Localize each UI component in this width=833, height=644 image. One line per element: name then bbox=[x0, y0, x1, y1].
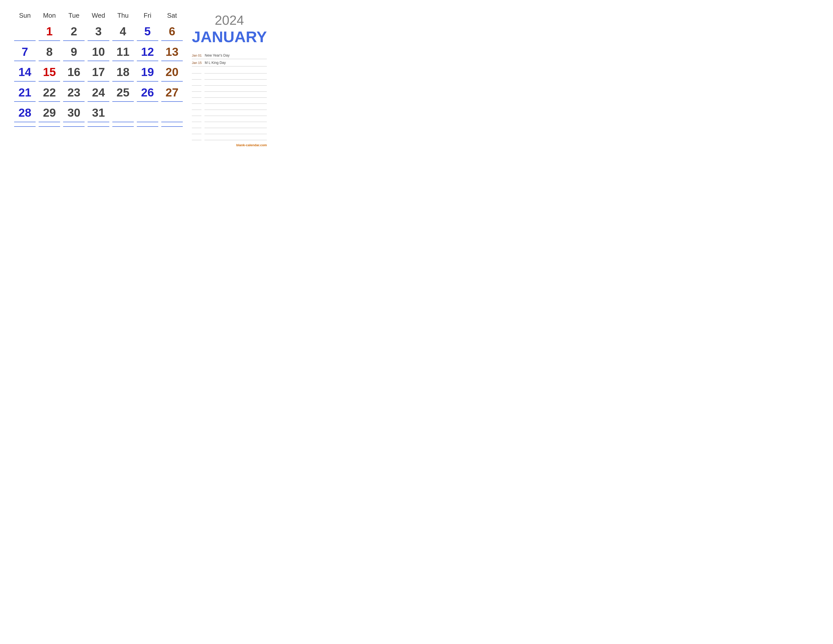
underline-cell bbox=[161, 59, 183, 61]
day-number: 13 bbox=[160, 45, 184, 58]
underline-cell bbox=[14, 39, 35, 41]
underline-cell bbox=[88, 100, 109, 102]
website-label: blank-calendar.com bbox=[192, 141, 267, 147]
calendar-grid: SunMonTueWedThuFriSat 123456789101112131… bbox=[13, 10, 184, 147]
ul-cell bbox=[39, 125, 60, 127]
day-cell: 13 bbox=[160, 43, 184, 60]
day-cell: 9 bbox=[61, 43, 86, 60]
day-cell: 7 bbox=[13, 43, 37, 60]
event-name: New Year's Day bbox=[205, 53, 267, 57]
day-cell: 1 bbox=[37, 23, 61, 39]
day-number: 12 bbox=[135, 45, 160, 58]
note-content-blank bbox=[204, 113, 267, 116]
note-line-0 bbox=[192, 70, 267, 74]
ul-cell bbox=[137, 125, 158, 127]
day-number: 19 bbox=[135, 66, 160, 79]
note-line-2 bbox=[192, 82, 267, 85]
day-number: 28 bbox=[13, 106, 37, 119]
note-content-blank bbox=[204, 130, 267, 134]
day-cell: 20 bbox=[160, 64, 184, 80]
day-cell: 16 bbox=[61, 64, 86, 80]
day-cell: 24 bbox=[86, 84, 111, 100]
note-line-8 bbox=[192, 118, 267, 122]
underline-cell bbox=[161, 120, 183, 122]
day-cell: 30 bbox=[61, 104, 86, 120]
day-number: 14 bbox=[13, 66, 37, 79]
note-date-blank bbox=[192, 124, 201, 128]
underline-cell bbox=[137, 100, 158, 102]
week-row-5: 28293031 bbox=[13, 104, 184, 120]
note-content-blank bbox=[204, 106, 267, 110]
day-header-sat: Sat bbox=[160, 10, 184, 21]
day-cell: 25 bbox=[111, 84, 135, 100]
day-number: 10 bbox=[86, 45, 111, 58]
underline-row-3 bbox=[13, 80, 184, 82]
note-date-blank bbox=[192, 100, 201, 104]
day-number: 23 bbox=[61, 86, 86, 99]
day-cell: 21 bbox=[13, 84, 37, 100]
day-number: 5 bbox=[135, 25, 160, 38]
day-header-thu: Thu bbox=[111, 10, 135, 21]
day-cell: 12 bbox=[135, 43, 160, 60]
underline-cell bbox=[161, 39, 183, 41]
day-cell: 15 bbox=[37, 64, 61, 80]
underline-cell bbox=[63, 100, 85, 102]
month-label: JANUARY bbox=[192, 28, 267, 46]
event-name: M L King Day bbox=[205, 61, 267, 64]
underline-cell bbox=[113, 59, 134, 61]
underline-cell bbox=[113, 100, 134, 102]
underline-cell bbox=[161, 100, 183, 102]
day-cell: 10 bbox=[86, 43, 111, 60]
day-cell: 2 bbox=[61, 23, 86, 39]
note-line-9 bbox=[192, 124, 267, 128]
ul-cell bbox=[63, 125, 85, 127]
day-number: 21 bbox=[13, 86, 37, 99]
week-row-1: 123456 bbox=[13, 23, 184, 39]
day-cell: 27 bbox=[160, 84, 184, 100]
day-number: 18 bbox=[111, 66, 135, 79]
day-cell: 8 bbox=[37, 43, 61, 60]
day-number: 6 bbox=[160, 25, 184, 38]
year-label: 2024 bbox=[192, 13, 267, 28]
day-number: 7 bbox=[13, 45, 37, 58]
underline-cell bbox=[113, 120, 134, 122]
note-date-blank bbox=[192, 94, 201, 98]
underline-cell bbox=[14, 120, 35, 122]
underline-row-5 bbox=[13, 120, 184, 122]
underline-cell bbox=[88, 120, 109, 122]
day-header-mon: Mon bbox=[37, 10, 61, 21]
week-row-4: 21222324252627 bbox=[13, 84, 184, 100]
event-row-0: Jan 01New Year's Day bbox=[192, 53, 267, 59]
note-content-blank bbox=[204, 100, 267, 104]
ul-cell bbox=[88, 125, 109, 127]
underline-cell bbox=[137, 80, 158, 82]
note-content-blank bbox=[204, 88, 267, 92]
note-date-blank bbox=[192, 137, 201, 140]
note-content-blank bbox=[204, 118, 267, 122]
day-number: 2 bbox=[61, 25, 86, 38]
note-date-blank bbox=[192, 70, 201, 74]
day-cell bbox=[13, 23, 37, 39]
weeks-container: 1234567891011121314151617181920212223242… bbox=[13, 23, 184, 125]
ul-cell bbox=[14, 125, 35, 127]
day-cell: 14 bbox=[13, 64, 37, 80]
note-date-blank bbox=[192, 76, 201, 80]
event-row-1: Jan 15M L King Day bbox=[192, 61, 267, 66]
day-number: 20 bbox=[160, 66, 184, 79]
day-cell: 22 bbox=[37, 84, 61, 100]
underline-cell bbox=[14, 100, 35, 102]
ul-cell bbox=[113, 125, 134, 127]
underline-cell bbox=[39, 100, 60, 102]
underline-cell bbox=[63, 39, 85, 41]
underline-cell bbox=[88, 80, 109, 82]
note-line-4 bbox=[192, 94, 267, 98]
underline-cell bbox=[63, 120, 85, 122]
underline-cell bbox=[88, 39, 109, 41]
event-date: Jan 01 bbox=[192, 53, 202, 57]
underline-cell bbox=[88, 59, 109, 61]
underline-cell bbox=[137, 59, 158, 61]
note-content-blank bbox=[204, 94, 267, 98]
note-line-6 bbox=[192, 106, 267, 110]
note-date-blank bbox=[192, 130, 201, 134]
underline-cell bbox=[39, 120, 60, 122]
